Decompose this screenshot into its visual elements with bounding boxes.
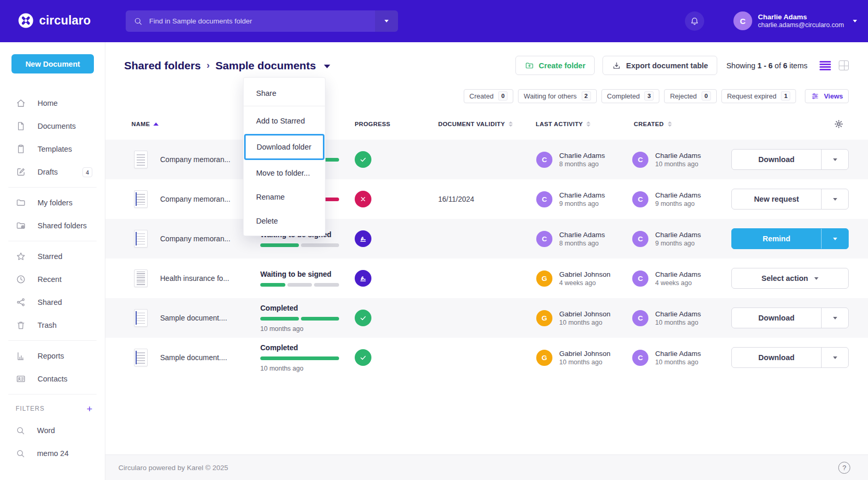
sidebar-item-label: Shared xyxy=(38,298,62,306)
row-action-button[interactable]: Download xyxy=(732,348,821,367)
caret-down-icon xyxy=(853,20,857,22)
document-name[interactable]: Sample document.... xyxy=(160,338,246,377)
sidebar-filter-item[interactable]: Word xyxy=(0,419,105,442)
document-validity: 16/11/2024 xyxy=(438,179,474,219)
search-scope-dropdown[interactable] xyxy=(375,10,398,32)
progress-bar xyxy=(260,356,339,360)
chip-label: Rejected xyxy=(670,92,696,100)
row-action-caret-button[interactable] xyxy=(821,150,848,169)
grid-view-icon[interactable] xyxy=(839,60,849,70)
progress-bar xyxy=(260,243,339,247)
avatar: G xyxy=(536,350,552,366)
sidebar-item[interactable]: Home xyxy=(0,92,105,115)
document-name[interactable]: Sample document.... xyxy=(160,298,246,338)
breadcrumb-parent[interactable]: Shared folders xyxy=(124,59,201,72)
avatar: C xyxy=(733,11,752,30)
menu-item[interactable]: Move to folder... xyxy=(244,161,325,185)
sidebar-item[interactable]: Contacts xyxy=(0,367,105,390)
person-name: Charlie Adams xyxy=(655,151,701,160)
sidebar-item[interactable]: My folders xyxy=(0,191,105,214)
column-header-created[interactable]: CREATED xyxy=(634,121,672,127)
export-document-table-button[interactable]: Export document table xyxy=(602,56,717,75)
document-name[interactable]: Company memoran... xyxy=(160,140,246,179)
count-badge: 4 xyxy=(82,167,92,177)
row-action-button[interactable]: Select action xyxy=(732,268,848,288)
time-ago: 10 months ago xyxy=(559,358,610,366)
row-action-caret-button[interactable] xyxy=(821,229,848,249)
sidebar-item[interactable]: Recent xyxy=(0,268,105,291)
help-button[interactable]: ? xyxy=(838,462,850,474)
column-header-last-activity[interactable]: LAST ACTIVITY xyxy=(536,121,590,127)
document-name[interactable]: Company memoran... xyxy=(160,219,246,259)
user-email: charlie.adams@circularo.com xyxy=(758,21,844,29)
document-name[interactable]: Company memoran... xyxy=(160,179,246,219)
share-icon xyxy=(16,297,26,307)
page-footer: Circularo powered by Karel © 2025 ? xyxy=(105,454,868,480)
sidebar-item[interactable]: Drafts 4 xyxy=(0,161,105,183)
create-folder-button[interactable]: Create folder xyxy=(515,56,595,75)
row-action-caret-button[interactable] xyxy=(821,308,848,328)
status-filter-chip[interactable]: Completed 3 xyxy=(601,89,660,103)
views-button[interactable]: Views xyxy=(805,89,849,103)
notifications-button[interactable] xyxy=(685,11,704,31)
row-action-button[interactable]: New request xyxy=(732,189,821,209)
main-content: Shared folders › Sample documents Create… xyxy=(105,42,868,480)
chip-label: Request expired xyxy=(727,92,777,100)
sidebar-item[interactable]: Documents xyxy=(0,115,105,138)
column-header-document-validity[interactable]: DOCUMENT VALIDITY xyxy=(438,121,513,127)
row-action-button[interactable]: Remind xyxy=(732,229,821,249)
sidebar-item[interactable]: Shared xyxy=(0,291,105,314)
row-action-caret-button[interactable] xyxy=(821,189,848,209)
sidebar-item[interactable]: Shared folders xyxy=(0,214,105,237)
sidebar-item[interactable]: Reports xyxy=(0,344,105,367)
person-name: Gabriel Johnson xyxy=(559,270,610,279)
new-document-button[interactable]: New Document xyxy=(11,54,94,73)
user-menu[interactable]: C Charlie Adams charlie.adams@circularo.… xyxy=(733,11,857,30)
table-settings-button[interactable] xyxy=(834,119,844,130)
user-name: Charlie Adams xyxy=(758,13,844,21)
time-ago: 10 months ago xyxy=(655,318,701,327)
sidebar-item[interactable]: Trash xyxy=(0,314,105,337)
status-filter-chip[interactable]: Waiting for others 2 xyxy=(518,89,596,103)
sort-icon xyxy=(668,121,672,127)
table-header: NAME PROGRESS DOCUMENT VALIDITY LAST ACT… xyxy=(105,119,868,132)
search-input[interactable] xyxy=(143,17,375,25)
breadcrumb-current[interactable]: Sample documents xyxy=(215,59,316,72)
document-thumbnail xyxy=(134,151,148,168)
table-row: Company memoran... C Charlie Adams 8 mon… xyxy=(105,140,868,179)
menu-item[interactable]: Delete xyxy=(244,209,325,233)
divider xyxy=(8,241,97,241)
row-action-button[interactable]: Download xyxy=(732,308,821,328)
chip-label: Created xyxy=(469,92,493,100)
add-filter-button[interactable]: + xyxy=(87,404,92,414)
sidebar-group: Starred Recent xyxy=(0,245,105,341)
sidebar-item[interactable]: Templates xyxy=(0,138,105,161)
reports-icon xyxy=(16,351,26,361)
sidebar-filter-item[interactable]: memo 24 xyxy=(0,442,105,465)
status-filter-chip[interactable]: Created 0 xyxy=(464,89,513,103)
sidebar-item[interactable]: Starred xyxy=(0,245,105,268)
created-cell: C Charlie Adams 10 months ago xyxy=(632,140,701,179)
star-icon xyxy=(16,251,26,262)
caret-down-icon xyxy=(384,20,389,22)
menu-item[interactable]: Share xyxy=(244,80,325,106)
chip-count: 0 xyxy=(498,91,508,101)
status-filter-chip[interactable]: Rejected 0 xyxy=(664,89,716,103)
top-bar: circularo C Charlie Adams charlie.adams@… xyxy=(0,0,868,42)
menu-item[interactable]: Download folder xyxy=(244,134,324,160)
menu-item[interactable]: Rename xyxy=(244,185,325,209)
column-header-name[interactable]: NAME xyxy=(131,121,159,127)
sidebar-item-label: Contacts xyxy=(38,375,67,383)
last-activity-cell: G Gabriel Johnson 10 months ago xyxy=(536,338,610,377)
status-filter-chip[interactable]: Request expired 1 xyxy=(721,89,797,103)
time-ago: 4 weeks ago xyxy=(655,279,701,287)
list-view-icon[interactable] xyxy=(819,61,831,70)
chip-count: 2 xyxy=(582,91,591,101)
folder-menu-caret-icon[interactable] xyxy=(324,65,330,68)
document-name[interactable]: Health insurance fo... xyxy=(160,259,246,298)
completed-icon xyxy=(355,151,371,168)
folder-plus-icon xyxy=(525,61,534,70)
row-action-button[interactable]: Download xyxy=(732,150,821,169)
menu-item[interactable]: Add to Starred xyxy=(244,109,325,133)
row-action-caret-button[interactable] xyxy=(821,348,848,367)
